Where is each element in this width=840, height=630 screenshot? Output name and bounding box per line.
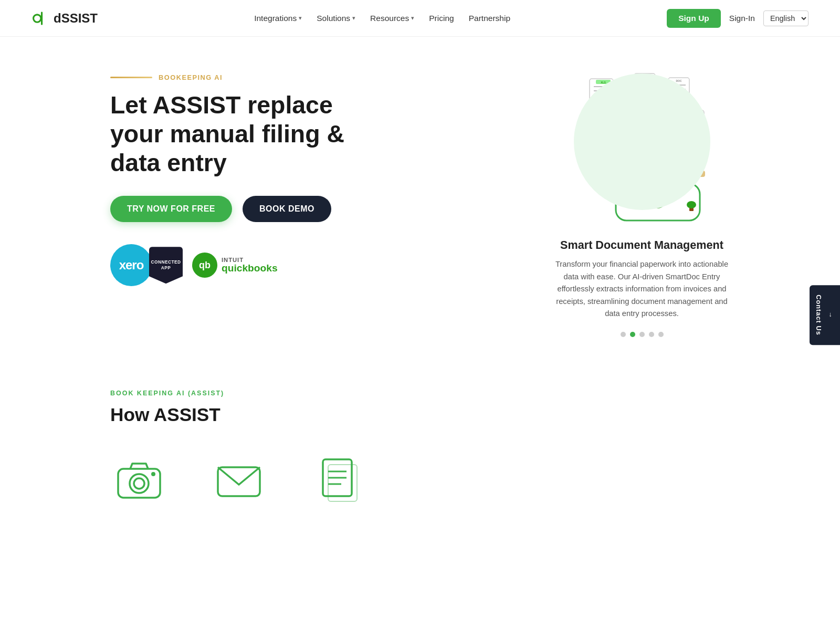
dot-5[interactable] xyxy=(658,332,664,337)
signup-button[interactable]: Sign Up xyxy=(667,9,721,28)
xero-text: xero xyxy=(119,258,144,272)
nav-link-integrations[interactable]: Integrations ▾ xyxy=(254,14,302,23)
bottom-label: BOOK KEEPING AI (ASSIST) xyxy=(110,390,730,397)
card-title: Smart Document Management xyxy=(553,238,731,252)
signin-button[interactable]: Sign-In xyxy=(729,14,755,23)
logo[interactable]: dSSIST xyxy=(32,9,98,28)
hero-right: XLS PDF DOC TXT xyxy=(475,68,808,337)
nav-link-resources[interactable]: Resources ▾ xyxy=(370,14,414,23)
svg-point-0 xyxy=(34,14,41,22)
svg-point-40 xyxy=(687,201,696,208)
hero-section: BOOKEEPING AI Let ASSIST replace your ma… xyxy=(0,37,840,358)
badge-text: BOOKEEPING AI xyxy=(159,74,223,81)
hero-illustration: XLS PDF DOC TXT xyxy=(558,68,726,226)
nav-link-pricing[interactable]: Pricing xyxy=(429,14,454,23)
feature-camera xyxy=(110,452,168,509)
navbar-actions: Sign Up Sign-In English xyxy=(667,9,808,28)
contact-arrow-icon: → xyxy=(827,311,835,319)
quickbooks-label: quickbooks xyxy=(222,263,278,273)
nav-item-integrations[interactable]: Integrations ▾ xyxy=(254,14,302,23)
xero-logo: xero xyxy=(110,244,152,286)
svg-point-43 xyxy=(134,478,144,489)
svg-point-42 xyxy=(130,474,149,493)
nav-item-resources[interactable]: Resources ▾ xyxy=(370,14,414,23)
hero-left: BOOKEEPING AI Let ASSIST replace your ma… xyxy=(110,68,444,286)
nav-link-solutions[interactable]: Solutions ▾ xyxy=(317,14,355,23)
book-demo-button[interactable]: BOOK DEMO xyxy=(243,196,331,222)
hero-title: Let ASSIST replace your manual filing & … xyxy=(110,91,373,177)
carousel-dots xyxy=(621,332,664,337)
connected-app-text: CONNECTEDAPP xyxy=(151,259,181,271)
chevron-down-icon: ▾ xyxy=(411,15,414,22)
badge-line xyxy=(110,77,152,78)
dot-4[interactable] xyxy=(649,332,654,337)
language-select[interactable]: English xyxy=(763,10,808,26)
nav-item-solutions[interactable]: Solutions ▾ xyxy=(317,14,355,23)
document-icon xyxy=(310,452,368,509)
camera-icon xyxy=(110,452,168,509)
chevron-down-icon: ▾ xyxy=(352,15,355,22)
svg-text:DOC: DOC xyxy=(676,79,682,82)
illustration-bg xyxy=(574,74,710,210)
svg-rect-1 xyxy=(41,12,43,25)
chevron-down-icon: ▾ xyxy=(299,15,302,22)
svg-text:qb: qb xyxy=(199,260,211,270)
nav-link-partnership[interactable]: Partnership xyxy=(469,14,510,23)
connected-app-badge: CONNECTEDAPP xyxy=(149,247,183,284)
feature-document xyxy=(310,452,368,509)
qb-icon: qb xyxy=(192,253,217,278)
hero-badge: BOOKEEPING AI xyxy=(110,74,444,81)
hero-card: Smart Document Management Transform your… xyxy=(542,238,742,320)
nav-links: Integrations ▾ Solutions ▾ Resources ▾ P… xyxy=(254,14,510,23)
bottom-section: BOOK KEEPING AI (ASSIST) How ASSIST xyxy=(0,358,840,530)
partner-logos: xero CONNECTEDAPP qb intuit quickboo xyxy=(110,244,444,286)
contact-label: Contact Us xyxy=(815,295,823,335)
contact-side-tab[interactable]: → Contact Us xyxy=(810,285,840,345)
dot-3[interactable] xyxy=(639,332,645,337)
nav-item-pricing[interactable]: Pricing xyxy=(429,14,454,23)
dot-2[interactable] xyxy=(630,332,635,337)
navbar: dSSIST Integrations ▾ Solutions ▾ Resour… xyxy=(0,0,840,37)
brand-name: dSSIST xyxy=(54,11,98,26)
dot-1[interactable] xyxy=(621,332,626,337)
bottom-title: How ASSIST xyxy=(110,404,730,425)
card-description: Transform your financial paperwork into … xyxy=(553,258,731,320)
features-row xyxy=(110,452,730,509)
email-icon xyxy=(210,452,268,509)
qb-text-block: intuit quickbooks xyxy=(222,257,278,273)
hero-buttons: TRY NOW FOR FREE BOOK DEMO xyxy=(110,196,444,222)
feature-email xyxy=(210,452,268,509)
nav-item-partnership[interactable]: Partnership xyxy=(469,14,510,23)
svg-point-44 xyxy=(151,472,155,476)
try-now-button[interactable]: TRY NOW FOR FREE xyxy=(110,196,232,222)
quickbooks-logo: qb intuit quickbooks xyxy=(192,253,278,278)
svg-text:XLS: XLS xyxy=(601,81,606,84)
xero-badge: xero CONNECTEDAPP xyxy=(110,244,183,286)
